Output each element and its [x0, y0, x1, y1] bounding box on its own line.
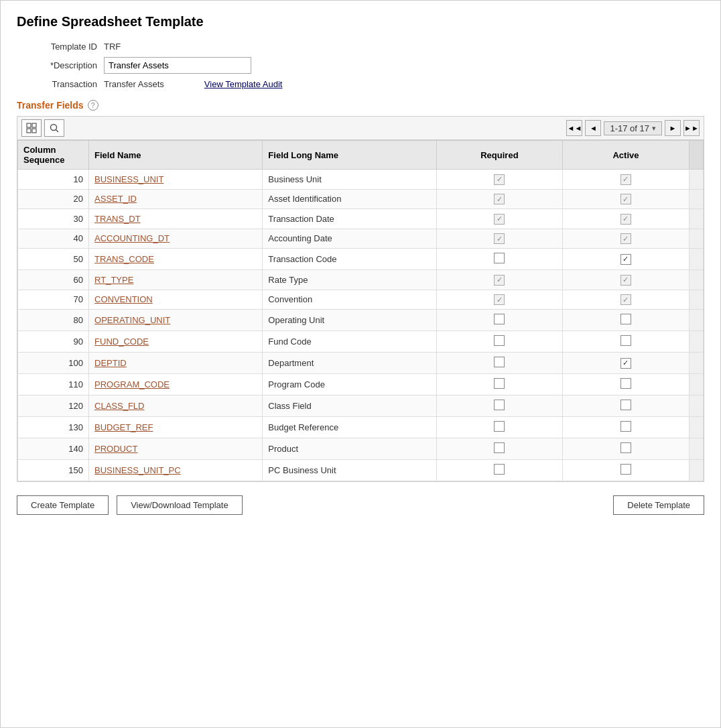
cell-active[interactable] — [563, 249, 690, 270]
checkbox-gray[interactable] — [620, 194, 631, 204]
checkbox-gray[interactable] — [620, 214, 631, 225]
cell-field-name[interactable]: OPERATING_UNIT — [89, 310, 263, 331]
checkbox-empty[interactable] — [494, 421, 505, 432]
help-icon[interactable]: ? — [88, 100, 99, 111]
cell-field-name[interactable]: PRODUCT — [89, 438, 263, 460]
cell-required[interactable] — [436, 229, 563, 249]
grid-view-button[interactable] — [21, 119, 42, 137]
cell-field-name[interactable]: ACCOUNTING_DT — [89, 229, 263, 249]
checkbox-gray[interactable] — [494, 214, 505, 225]
prev-page-button[interactable]: ◄ — [585, 120, 601, 136]
cell-active[interactable] — [563, 331, 690, 353]
cell-field-name[interactable]: TRANS_DT — [89, 209, 263, 229]
checkbox-empty[interactable] — [494, 335, 505, 346]
cell-field-name[interactable]: PROGRAM_CODE — [89, 374, 263, 396]
cell-field-name[interactable]: BUSINESS_UNIT — [89, 170, 263, 190]
scroll-cell — [689, 331, 703, 353]
view-download-template-button[interactable]: View/Download Template — [117, 495, 243, 515]
scroll-cell — [689, 310, 703, 331]
cell-required[interactable] — [436, 331, 563, 353]
checkbox-gray[interactable] — [494, 194, 505, 204]
checkbox-empty[interactable] — [494, 357, 505, 367]
scroll-cell — [689, 209, 703, 229]
checkbox-empty[interactable] — [620, 400, 631, 410]
table-row: 150BUSINESS_UNIT_PCPC Business Unit — [18, 460, 704, 481]
cell-field-name[interactable]: ASSET_ID — [89, 189, 263, 209]
cell-active[interactable] — [563, 170, 690, 190]
checkbox-empty[interactable] — [620, 378, 631, 389]
first-page-button[interactable]: ◄◄ — [566, 120, 582, 136]
table-row: 130BUDGET_REFBudget Reference — [18, 417, 704, 438]
cell-required[interactable] — [436, 438, 563, 460]
checkbox-empty[interactable] — [494, 253, 505, 263]
cell-required[interactable] — [436, 396, 563, 417]
cell-active[interactable] — [563, 290, 690, 310]
checkbox-empty[interactable] — [494, 378, 505, 389]
table-row: 20ASSET_IDAsset Identification — [18, 189, 704, 209]
cell-active[interactable] — [563, 460, 690, 481]
cell-field-name[interactable]: RT_TYPE — [89, 270, 263, 290]
cell-active[interactable] — [563, 229, 690, 249]
cell-active[interactable] — [563, 438, 690, 460]
checkbox-empty[interactable] — [494, 464, 505, 475]
checkbox-checked[interactable] — [620, 358, 631, 369]
cell-field-name[interactable]: TRANS_CODE — [89, 249, 263, 270]
cell-active[interactable] — [563, 310, 690, 331]
cell-required[interactable] — [436, 189, 563, 209]
cell-active[interactable] — [563, 353, 690, 374]
cell-required[interactable] — [436, 209, 563, 229]
checkbox-empty[interactable] — [620, 335, 631, 346]
checkbox-gray[interactable] — [620, 275, 631, 286]
transaction-row: Transaction Transfer Assets View Templat… — [17, 79, 704, 89]
cell-required[interactable] — [436, 249, 563, 270]
search-button[interactable] — [44, 119, 64, 137]
checkbox-gray[interactable] — [494, 275, 505, 286]
checkbox-gray[interactable] — [494, 294, 505, 305]
cell-required[interactable] — [436, 374, 563, 396]
grid-wrapper: ColumnSequence Field Name Field Long Nam… — [17, 139, 704, 482]
checkbox-gray[interactable] — [494, 233, 505, 244]
checkbox-gray[interactable] — [620, 233, 631, 244]
pagination-dropdown-icon[interactable]: ▾ — [652, 124, 656, 133]
checkbox-checked[interactable] — [620, 254, 631, 265]
next-page-button[interactable]: ► — [665, 120, 681, 136]
cell-active[interactable] — [563, 417, 690, 438]
cell-active[interactable] — [563, 189, 690, 209]
cell-required[interactable] — [436, 353, 563, 374]
cell-required[interactable] — [436, 417, 563, 438]
checkbox-empty[interactable] — [620, 442, 631, 453]
cell-active[interactable] — [563, 396, 690, 417]
cell-field-name[interactable]: FUND_CODE — [89, 331, 263, 353]
checkbox-gray[interactable] — [620, 294, 631, 305]
description-input[interactable] — [104, 57, 251, 74]
table-row: 100DEPTIDDepartment — [18, 353, 704, 374]
cell-required[interactable] — [436, 460, 563, 481]
cell-required[interactable] — [436, 290, 563, 310]
cell-required[interactable] — [436, 170, 563, 190]
table-row: 40ACCOUNTING_DTAccounting Date — [18, 229, 704, 249]
cell-field-name[interactable]: CONVENTION — [89, 290, 263, 310]
delete-template-button[interactable]: Delete Template — [613, 495, 704, 515]
cell-active[interactable] — [563, 374, 690, 396]
checkbox-empty[interactable] — [494, 442, 505, 453]
checkbox-empty[interactable] — [620, 421, 631, 432]
checkbox-empty[interactable] — [620, 314, 631, 324]
checkbox-gray[interactable] — [620, 174, 631, 185]
cell-field-name[interactable]: BUDGET_REF — [89, 417, 263, 438]
cell-sequence: 150 — [18, 460, 89, 481]
checkbox-empty[interactable] — [494, 314, 505, 324]
last-page-button[interactable]: ►► — [683, 120, 700, 136]
cell-required[interactable] — [436, 310, 563, 331]
cell-active[interactable] — [563, 270, 690, 290]
cell-field-name[interactable]: BUSINESS_UNIT_PC — [89, 460, 263, 481]
checkbox-empty[interactable] — [494, 400, 505, 410]
checkbox-empty[interactable] — [620, 464, 631, 475]
cell-field-name[interactable]: CLASS_FLD — [89, 396, 263, 417]
checkbox-gray[interactable] — [494, 174, 505, 185]
cell-field-name[interactable]: DEPTID — [89, 353, 263, 374]
view-template-audit-link[interactable]: View Template Audit — [204, 79, 283, 89]
cell-active[interactable] — [563, 209, 690, 229]
create-template-button[interactable]: Create Template — [17, 495, 109, 515]
cell-required[interactable] — [436, 270, 563, 290]
table-row: 140PRODUCTProduct — [18, 438, 704, 460]
